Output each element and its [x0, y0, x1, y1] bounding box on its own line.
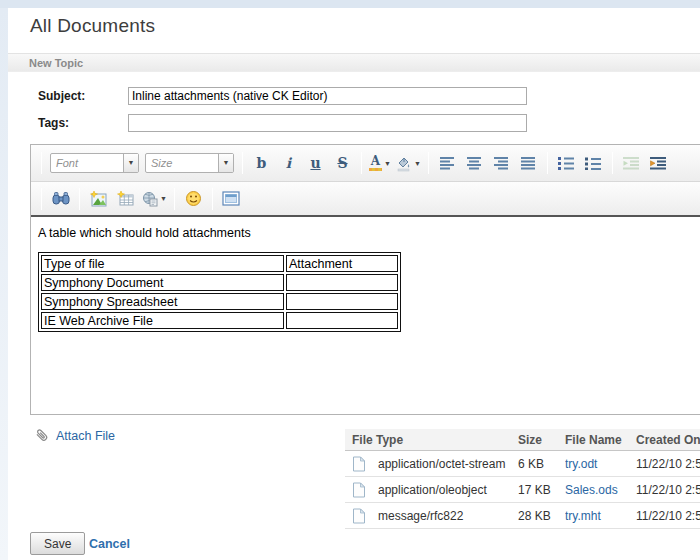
insert-image-button[interactable] [85, 186, 112, 212]
toolbar-separator [79, 188, 80, 210]
save-button[interactable]: Save [30, 532, 85, 555]
globe-icon [141, 191, 158, 207]
bulleted-list-icon [585, 157, 601, 170]
bulleted-list-button[interactable] [580, 150, 607, 176]
toolbar-separator [174, 188, 175, 210]
editor-content-area[interactable]: A table which should hold attachments Ty… [31, 215, 700, 414]
size-combo[interactable]: Size ▼ [145, 153, 234, 173]
toolbar-separator [212, 188, 213, 210]
underline-icon: u [310, 155, 320, 171]
file-type: application/oleobject [378, 483, 518, 497]
subject-input[interactable] [128, 87, 527, 105]
font-combo[interactable]: Font ▼ [50, 153, 139, 173]
file-name-link[interactable]: try.odt [565, 457, 597, 471]
toolbar-separator [612, 152, 613, 174]
new-topic-label: New Topic [8, 54, 700, 72]
justify-icon [521, 157, 536, 170]
table-cell [286, 312, 398, 329]
paint-bucket-icon [395, 155, 412, 172]
col-file-name: File Name [565, 433, 636, 447]
new-topic-page: All Documents New Topic Subject: Tags: F… [0, 0, 700, 560]
underline-button[interactable]: u [302, 150, 329, 176]
created-on: 11/22/10 2:5 [636, 457, 700, 471]
file-size: 17 KB [518, 483, 565, 497]
table-row: Symphony Spreadsheet [41, 293, 398, 310]
cancel-link[interactable]: Cancel [89, 537, 130, 551]
table-row: Symphony Document [41, 274, 398, 291]
toolbar-separator [361, 152, 362, 174]
align-right-button[interactable] [488, 150, 515, 176]
tags-input[interactable] [128, 114, 527, 132]
chevron-down-icon: ▼ [384, 160, 391, 167]
italic-button[interactable]: i [275, 150, 302, 176]
table-row: Type of file Attachment [41, 255, 398, 272]
smiley-button[interactable] [180, 186, 207, 212]
paperclip-icon [33, 427, 50, 444]
editor-paragraph: A table which should hold attachments [38, 226, 700, 240]
editor-inner-table: Type of file Attachment Symphony Documen… [38, 252, 401, 332]
numbered-list-icon [558, 157, 574, 170]
numbered-list-button[interactable] [553, 150, 580, 176]
outdent-icon [623, 157, 640, 170]
chevron-down-icon: ▼ [160, 195, 167, 202]
binoculars-icon [52, 191, 70, 206]
rich-text-editor: Font ▼ Size ▼ b i u S A ▼ [30, 144, 700, 415]
align-left-button[interactable] [434, 150, 461, 176]
justify-button[interactable] [515, 150, 542, 176]
insert-media-button[interactable]: ▼ [139, 191, 169, 207]
file-name-link[interactable]: try.mht [565, 509, 601, 523]
attachment-row: message/rfc822 28 KB try.mht 11/22/10 2:… [345, 503, 700, 529]
indent-button[interactable] [645, 150, 672, 176]
table-cell [286, 274, 398, 291]
file-type: message/rfc822 [378, 509, 518, 523]
left-accent-strip [0, 8, 8, 560]
toolbar-separator [242, 152, 243, 174]
toolbar-separator [547, 152, 548, 174]
iframe-button[interactable] [218, 186, 245, 212]
indent-icon [650, 157, 667, 170]
file-icon [345, 482, 378, 498]
find-button[interactable] [47, 186, 74, 212]
attachments-header-row: File Type Size File Name Created On [345, 429, 700, 451]
chevron-down-icon[interactable]: ▼ [123, 154, 138, 172]
table-cell: Attachment [286, 255, 398, 272]
attachment-row: application/oleobject 17 KB Sales.ods 11… [345, 477, 700, 503]
editor-toolbar-row1: Font ▼ Size ▼ b i u S A ▼ [31, 145, 700, 182]
table-icon [117, 191, 135, 207]
table-cell [286, 293, 398, 310]
table-cell: IE Web Archive File [41, 312, 284, 329]
chevron-down-icon[interactable]: ▼ [218, 154, 233, 172]
col-size: Size [518, 433, 565, 447]
toolbar-separator [41, 152, 42, 174]
toolbar-separator [41, 188, 42, 210]
col-file-type: File Type [345, 433, 518, 447]
new-topic-bar: New Topic [8, 53, 700, 72]
image-icon [90, 191, 108, 207]
created-on: 11/22/10 2:5 [636, 483, 700, 497]
file-name-link[interactable]: Sales.ods [565, 483, 618, 497]
italic-icon: i [286, 155, 291, 171]
align-center-button[interactable] [461, 150, 488, 176]
iframe-icon [222, 191, 240, 206]
file-size: 28 KB [518, 509, 565, 523]
created-on: 11/22/10 2:5 [636, 509, 700, 523]
file-icon [345, 508, 378, 524]
attachment-row: application/octet-stream 6 KB try.odt 11… [345, 451, 700, 477]
file-size: 6 KB [518, 457, 565, 471]
text-color-icon: A [369, 156, 382, 171]
table-cell: Type of file [41, 255, 284, 272]
smiley-icon [185, 190, 202, 207]
attach-file-link[interactable]: Attach File [56, 429, 115, 443]
insert-table-button[interactable] [112, 186, 139, 212]
strikethrough-icon: S [337, 155, 347, 171]
bold-button[interactable]: b [248, 150, 275, 176]
font-combo-value: Font [51, 154, 123, 172]
attachments-table: File Type Size File Name Created On appl… [345, 429, 700, 529]
text-color-button[interactable]: A ▼ [367, 156, 393, 171]
size-combo-value: Size [146, 154, 218, 172]
bold-icon: b [257, 155, 267, 171]
background-color-button[interactable]: ▼ [393, 155, 423, 172]
align-center-icon [467, 157, 482, 170]
strikethrough-button[interactable]: S [329, 150, 356, 176]
subject-label: Subject: [38, 89, 85, 103]
